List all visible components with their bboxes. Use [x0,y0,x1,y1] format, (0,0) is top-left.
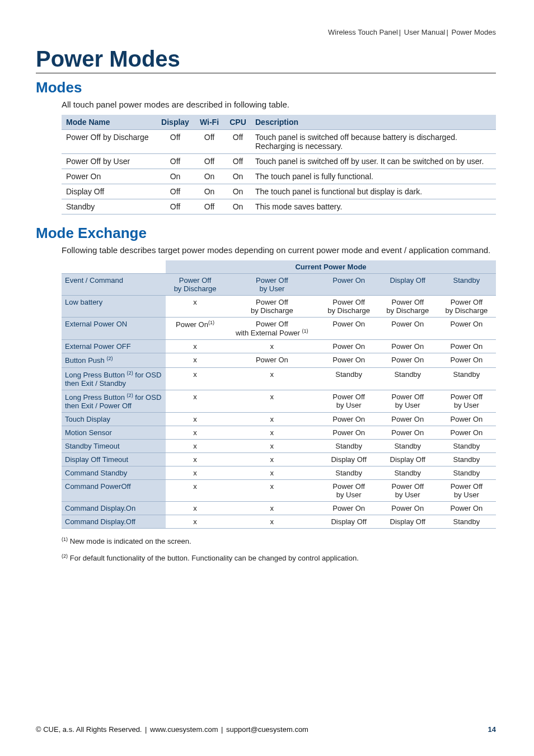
breadcrumb: Wireless Touch Panel| User Manual| Power… [36,28,496,36]
page-footer: © CUE, a.s. All Rights Reserved. | www.c… [36,725,496,734]
exchange-intro: Following table describes target power m… [62,245,496,255]
modes-intro: All touch panel power modes are describe… [62,100,496,109]
section-exchange-title: Mode Exchange [36,225,496,242]
exchange-table: Current Power Mode Event / Command Power… [62,260,496,529]
page-title: Power Modes [36,46,496,73]
section-modes-title: Modes [36,79,496,96]
modes-table: Mode NameDisplayWi-FiCPUDescription Powe… [62,115,496,214]
footnote-1: (1) New mode is indicated on the screen. [62,536,496,545]
footnote-2: (2) For default functionality of the but… [62,553,496,562]
